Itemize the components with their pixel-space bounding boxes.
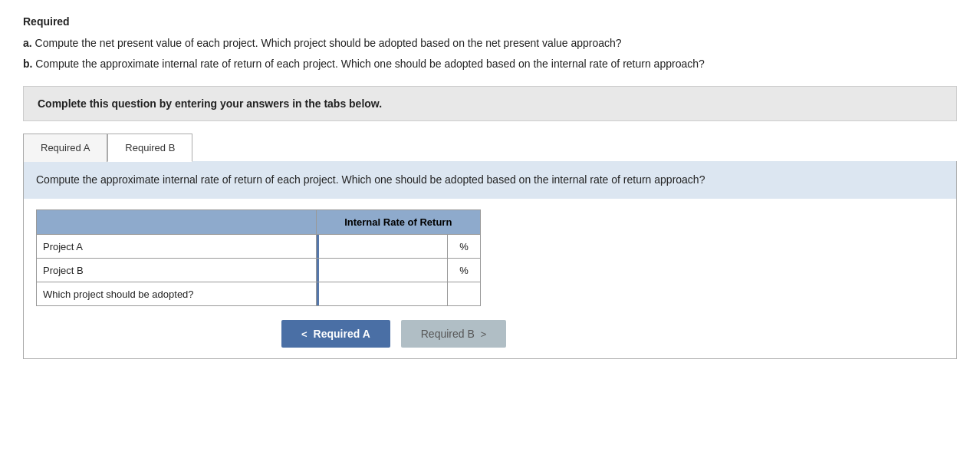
tab-content: Compute the approximate internal rate of…: [23, 161, 957, 359]
question-a-text: Compute the net present value of each pr…: [35, 37, 622, 49]
next-chevron-icon: >: [481, 328, 487, 340]
table-row: Project A%: [37, 235, 481, 259]
question-b-label: b.: [23, 58, 32, 70]
table-header-irr: Internal Rate of Return: [316, 210, 480, 235]
row-input-2[interactable]: [317, 282, 448, 305]
row-label-0: Project A: [37, 235, 317, 259]
row-input-cell-0[interactable]: [316, 235, 448, 259]
question-a-label: a.: [23, 37, 32, 49]
prev-button[interactable]: < Required A: [281, 320, 390, 348]
row-input-cell-2[interactable]: [316, 282, 448, 306]
tab-required-a[interactable]: Required A: [23, 134, 107, 162]
table-row: Which project should be adopted?: [37, 282, 481, 306]
instruction-text: Complete this question by entering your …: [38, 97, 942, 110]
row-label-2: Which project should be adopted?: [37, 282, 317, 306]
prev-chevron-icon: <: [301, 328, 307, 340]
tab-bar: Required A Required B: [23, 134, 957, 162]
button-row: < Required A Required B >: [269, 306, 956, 358]
row-input-0[interactable]: [317, 235, 448, 258]
next-button[interactable]: Required B >: [401, 320, 507, 348]
instruction-box: Complete this question by entering your …: [23, 86, 957, 121]
irr-table: Internal Rate of Return Project A%Projec…: [36, 209, 481, 306]
question-b: b. Compute the approximate internal rate…: [23, 56, 957, 72]
table-wrapper: Internal Rate of Return Project A%Projec…: [24, 199, 956, 306]
table-row: Project B%: [37, 259, 481, 282]
row-suffix-0: %: [448, 235, 481, 259]
next-button-label: Required B: [421, 328, 475, 340]
required-header: Required: [23, 15, 957, 28]
question-b-text: Compute the approximate internal rate of…: [35, 58, 704, 70]
row-suffix-2: [448, 282, 481, 306]
tab-b-description: Compute the approximate internal rate of…: [24, 161, 956, 199]
question-a: a. Compute the net present value of each…: [23, 35, 957, 51]
row-input-cell-1[interactable]: [316, 259, 448, 282]
tab-required-b[interactable]: Required B: [107, 134, 192, 162]
row-input-1[interactable]: [317, 259, 448, 282]
row-suffix-1: %: [448, 259, 481, 282]
table-header-blank: [37, 210, 317, 235]
prev-button-label: Required A: [314, 328, 370, 340]
row-label-1: Project B: [37, 259, 317, 282]
tabs-container: Required A Required B Compute the approx…: [23, 134, 957, 359]
